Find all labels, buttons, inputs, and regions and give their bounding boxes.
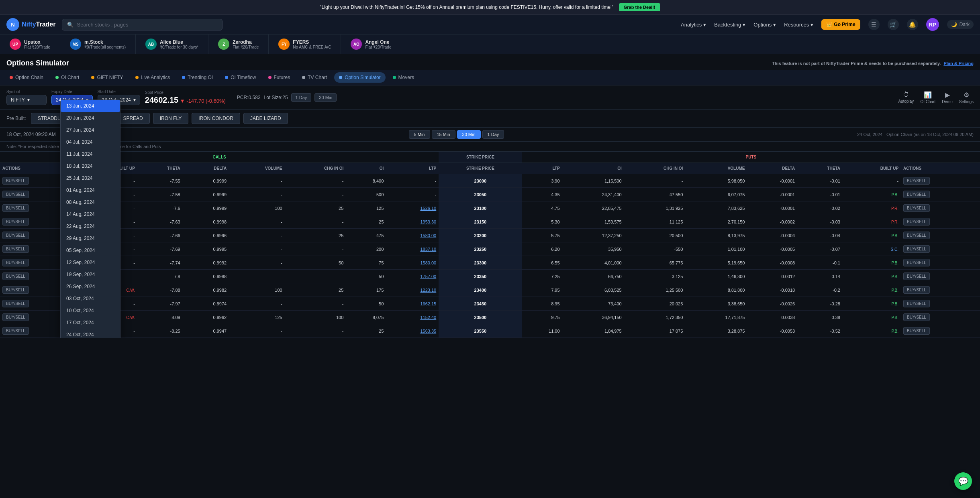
buy-sell-put-button[interactable]: BUY/SELL xyxy=(903,286,930,294)
buy-sell-put-button[interactable]: BUY/SELL xyxy=(903,204,930,212)
tab-trending-oi[interactable]: Trending OI xyxy=(177,72,218,83)
buy-sell-call-button[interactable]: BUY/SELL xyxy=(2,218,29,226)
cell-actions-put[interactable]: BUY/SELL xyxy=(901,324,980,338)
demo-button[interactable]: ▶ Demo xyxy=(942,91,953,104)
symbol-select[interactable]: NIFTY ▾ xyxy=(6,95,47,105)
tab-option-simulator[interactable]: Option Simulator xyxy=(334,72,385,83)
tab-movers[interactable]: Movers xyxy=(388,72,419,83)
broker-aliceblue[interactable]: AB Alice Blue ₹0/Trade for 30 days* xyxy=(136,35,208,54)
dropdown-item[interactable]: 03 Oct, 2024 xyxy=(61,293,120,305)
cell-actions-put[interactable]: BUY/SELL xyxy=(901,242,980,256)
tab-oi-timeflow[interactable]: OI Timeflow xyxy=(220,72,261,83)
buy-sell-put-button[interactable]: BUY/SELL xyxy=(903,259,930,266)
cell-actions-put[interactable]: BUY/SELL xyxy=(901,215,980,229)
buy-sell-put-button[interactable]: BUY/SELL xyxy=(903,191,930,198)
settings-button[interactable]: ⚙ Settings xyxy=(959,91,974,104)
grab-deal-button[interactable]: Grab the Deal!! xyxy=(619,3,660,11)
tab-tv-chart[interactable]: TV Chart xyxy=(297,72,332,83)
search-input[interactable]: 🔍 Search stocks , pages xyxy=(62,19,223,30)
cart-icon[interactable]: 🛒 xyxy=(888,19,899,30)
dropdown-item[interactable]: 04 Jul, 2024 xyxy=(61,136,120,148)
buy-sell-call-button[interactable]: BUY/SELL xyxy=(2,191,29,198)
buy-sell-call-button[interactable]: BUY/SELL xyxy=(2,313,29,321)
broker-fyers[interactable]: FY FYERS No AMC & FREE A/C xyxy=(269,35,341,54)
jade-lizard-button[interactable]: JADE LIZARD xyxy=(243,113,288,124)
dropdown-item[interactable]: 18 Jul, 2024 xyxy=(61,160,120,172)
nav-30min-button[interactable]: 30 Min xyxy=(314,93,337,102)
dropdown-item[interactable]: 22 Aug, 2024 xyxy=(61,220,120,232)
dropdown-item[interactable]: 14 Aug, 2024 xyxy=(61,208,120,220)
buy-sell-call-button[interactable]: BUY/SELL xyxy=(2,259,29,266)
buy-sell-call-button[interactable]: BUY/SELL xyxy=(2,300,29,307)
cell-actions-put[interactable]: BUY/SELL xyxy=(901,188,980,201)
autoplay-button[interactable]: ⏱ Autoplay xyxy=(898,91,914,104)
resources-nav[interactable]: Resources ▾ xyxy=(784,22,813,28)
buy-sell-put-button[interactable]: BUY/SELL xyxy=(903,327,930,335)
cell-actions-put[interactable]: BUY/SELL xyxy=(901,297,980,311)
dropdown-item[interactable]: 11 Jul, 2024 xyxy=(61,148,120,160)
5min-button[interactable]: 5 Min xyxy=(409,130,430,139)
buy-sell-put-button[interactable]: BUY/SELL xyxy=(903,245,930,253)
options-nav[interactable]: Options ▾ xyxy=(753,22,776,28)
cell-actions-put[interactable]: BUY/SELL xyxy=(901,311,980,324)
dropdown-item[interactable]: 24 Oct, 2024 xyxy=(61,329,120,338)
buy-sell-call-button[interactable]: BUY/SELL xyxy=(2,245,29,253)
avatar[interactable]: RP xyxy=(926,18,939,31)
analytics-nav[interactable]: Analytics ▾ xyxy=(681,22,706,28)
cell-actions-put[interactable]: BUY/SELL xyxy=(901,256,980,270)
iron-fly-button[interactable]: IRON FLY xyxy=(153,113,188,124)
dropdown-item[interactable]: 17 Oct, 2024 xyxy=(61,317,120,329)
buy-sell-call-button[interactable]: BUY/SELL xyxy=(2,204,29,212)
dropdown-item[interactable]: 29 Aug, 2024 xyxy=(61,232,120,244)
dropdown-item[interactable]: 25 Jul, 2024 xyxy=(61,172,120,184)
menu-icon[interactable]: ☰ xyxy=(868,19,880,30)
buy-sell-put-button[interactable]: BUY/SELL xyxy=(903,177,930,185)
dropdown-item[interactable]: 26 Sep, 2024 xyxy=(61,281,120,293)
dropdown-item[interactable]: 12 Sep, 2024 xyxy=(61,256,120,268)
cell-actions-put[interactable]: BUY/SELL xyxy=(901,270,980,283)
tab-live-analytics[interactable]: Live Analytics xyxy=(131,72,175,83)
spread-button[interactable]: SPREAD xyxy=(116,113,149,124)
cell-actions-put[interactable]: BUY/SELL xyxy=(901,201,980,215)
tab-futures[interactable]: Futures xyxy=(263,72,295,83)
logo[interactable]: N NiftyTrader xyxy=(6,18,55,31)
dropdown-item[interactable]: 10 Oct, 2024 xyxy=(61,305,120,317)
dropdown-item[interactable]: 19 Sep, 2024 xyxy=(61,268,120,281)
buy-sell-call-button[interactable]: BUY/SELL xyxy=(2,272,29,280)
15min-button[interactable]: 15 Min xyxy=(432,130,455,139)
dropdown-item[interactable]: 05 Sep, 2024 xyxy=(61,244,120,256)
dark-mode-toggle[interactable]: 🌙 Dark xyxy=(947,20,974,29)
broker-angelone[interactable]: AO Angel One Flat ₹20/Trade xyxy=(341,35,401,54)
buy-sell-call-button[interactable]: BUY/SELL xyxy=(2,177,29,185)
dropdown-item[interactable]: 13 Jun, 2024 xyxy=(61,100,120,112)
tab-gift-nifty[interactable]: GIFT NIFTY xyxy=(86,72,128,83)
tab-oi-chart[interactable]: OI Chart xyxy=(51,72,84,83)
30min-button[interactable]: 30 Min xyxy=(457,130,481,139)
broker-upstox[interactable]: UP Upstox Flat ₹20/Trade xyxy=(0,35,60,54)
cell-actions-put[interactable]: BUY/SELL xyxy=(901,229,980,242)
dropdown-item[interactable]: 08 Aug, 2024 xyxy=(61,196,120,208)
plan-pricing-link[interactable]: Plan & Pricing xyxy=(943,61,974,66)
buy-sell-call-button[interactable]: BUY/SELL xyxy=(2,286,29,294)
dropdown-item[interactable]: 01 Aug, 2024 xyxy=(61,184,120,196)
buy-sell-call-button[interactable]: BUY/SELL xyxy=(2,232,29,239)
backtesting-nav[interactable]: Backtesting ▾ xyxy=(714,22,745,28)
buy-sell-put-button[interactable]: BUY/SELL xyxy=(903,218,930,226)
cell-actions-put[interactable]: BUY/SELL xyxy=(901,174,980,188)
cell-actions-put[interactable]: BUY/SELL xyxy=(901,283,980,297)
buy-sell-put-button[interactable]: BUY/SELL xyxy=(903,272,930,280)
broker-zerodha[interactable]: Z Zerodha Flat ₹20/Trade xyxy=(208,35,269,54)
dropdown-item[interactable]: 20 Jun, 2024 xyxy=(61,112,120,124)
nav-1day-button[interactable]: 1 Day xyxy=(291,93,312,102)
dropdown-item[interactable]: 27 Jun, 2024 xyxy=(61,124,120,136)
go-prime-button[interactable]: 👑 Go Prime xyxy=(821,19,860,30)
1day-button[interactable]: 1 Day xyxy=(482,130,504,139)
buy-sell-put-button[interactable]: BUY/SELL xyxy=(903,313,930,321)
bell-icon[interactable]: 🔔 xyxy=(907,19,918,30)
buy-sell-call-button[interactable]: BUY/SELL xyxy=(2,327,29,335)
buy-sell-put-button[interactable]: BUY/SELL xyxy=(903,300,930,307)
buy-sell-put-button[interactable]: BUY/SELL xyxy=(903,232,930,239)
oi-chart-button[interactable]: 📊 OI Chart xyxy=(920,91,935,104)
iron-condor-button[interactable]: IRON CONDOR xyxy=(192,113,240,124)
tab-option-chain[interactable]: Option Chain xyxy=(5,72,48,83)
